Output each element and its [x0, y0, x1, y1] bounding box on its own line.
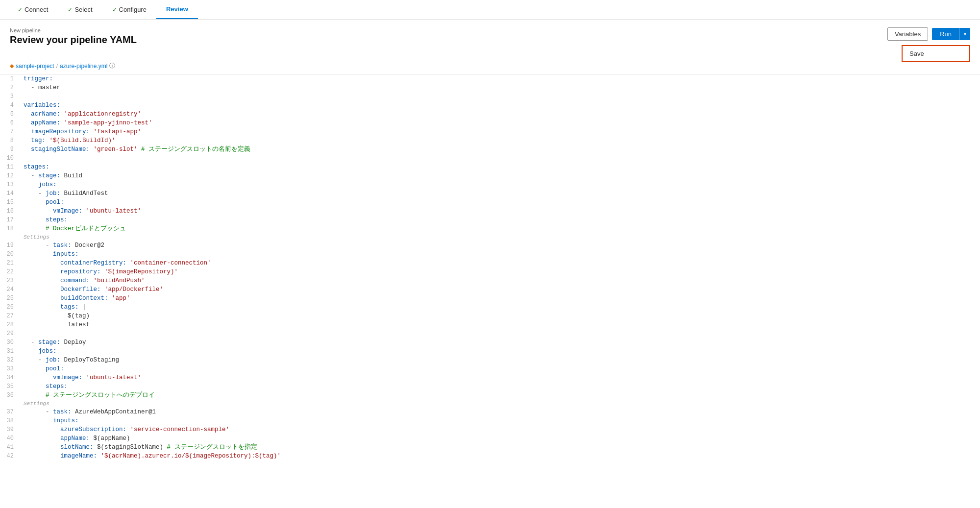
code-line-39: 39 azureSubscription: 'service-connectio… — [0, 425, 980, 434]
code-line-23: 23 command: 'buildAndPush' — [0, 276, 980, 285]
code-editor[interactable]: 1trigger: 2 - master 3 4variables: 5 acr… — [0, 74, 980, 508]
save-dropdown: Save — [902, 45, 970, 62]
wizard-nav: ✓ Connect ✓ Select ✓ Configure Review — [0, 0, 980, 20]
code-line-6: 6 appName: 'sample-app-yjinno-test' — [0, 119, 980, 127]
code-line-26: 26 tags: | — [0, 303, 980, 312]
code-line-18: 18 # Dockerビルドとプッシュ — [0, 224, 980, 233]
code-line-28: 28 latest — [0, 320, 980, 329]
code-line-42: 42 imageName: '$(acrName).azurecr.io/$(i… — [0, 452, 980, 460]
page-title: Review your pipeline YAML — [10, 34, 137, 46]
breadcrumb-project[interactable]: sample-project — [16, 63, 54, 70]
info-icon[interactable]: ⓘ — [109, 62, 115, 70]
variables-button[interactable]: Variables — [887, 27, 928, 41]
nav-step-review-label: Review — [166, 5, 188, 13]
project-icon: ◆ — [10, 63, 14, 69]
nav-step-connect[interactable]: ✓ Connect — [8, 0, 58, 19]
code-line-5: 5 acrName: 'applicationregistry' — [0, 110, 980, 119]
code-line-1: 1trigger: — [0, 74, 980, 83]
nav-step-configure-label: Configure — [119, 6, 147, 13]
code-line-40: 40 appName: $(appName) — [0, 434, 980, 443]
code-line-41: 41 slotName: $(stagingSlotName) # ステージング… — [0, 443, 980, 452]
code-line-29: 29 — [0, 329, 980, 338]
code-line-35: 35 steps: — [0, 382, 980, 391]
code-line-10: 10 — [0, 154, 980, 163]
code-line-2: 2 - master — [0, 83, 980, 92]
nav-step-configure[interactable]: ✓ Configure — [102, 0, 156, 19]
code-line-37: 37 - task: AzureWebAppContainer@1 — [0, 408, 980, 416]
code-line-15: 15 pool: — [0, 198, 980, 207]
code-line-33: 33 pool: — [0, 364, 980, 373]
page-subtitle: New pipeline — [10, 27, 137, 33]
code-line-20: 20 inputs: — [0, 250, 980, 259]
nav-step-select-label: Select — [74, 6, 92, 13]
code-line-32: 32 - job: DeployToStaging — [0, 356, 980, 364]
nav-step-select[interactable]: ✓ Select — [58, 0, 102, 19]
code-line-34: 34 vmImage: 'ubuntu-latest' — [0, 373, 980, 382]
code-line-36: 36 # ステージングスロットへのデプロイ — [0, 391, 980, 400]
code-line-8: 8 tag: '$(Build.BuildId)' — [0, 136, 980, 145]
nav-step-connect-label: Connect — [24, 6, 48, 13]
code-line-24: 24 Dockerfile: 'app/Dockerfile' — [0, 285, 980, 294]
code-line-9: 9 stagingSlotName: 'green-slot' # ステージング… — [0, 145, 980, 154]
code-line-4: 4variables: — [0, 101, 980, 110]
code-line-14: 14 - job: BuildAndTest — [0, 189, 980, 198]
code-line-11: 11stages: — [0, 163, 980, 171]
code-line-7: 7 imageRepository: 'fastapi-app' — [0, 127, 980, 136]
header-right: Variables Run ▾ Save — [887, 27, 970, 41]
breadcrumb-file[interactable]: azure-pipeline.yml — [60, 63, 107, 70]
run-button[interactable]: Run — [932, 28, 959, 40]
code-line-31: 31 jobs: — [0, 347, 980, 356]
code-line-17: 17 steps: — [0, 216, 980, 224]
code-line-21: 21 containerRegistry: 'container-connect… — [0, 259, 980, 267]
code-line-25: 25 buildContext: 'app' — [0, 294, 980, 303]
run-button-group: Run ▾ — [932, 28, 970, 40]
settings-label-1: Settings — [0, 233, 980, 241]
code-line-16: 16 vmImage: 'ubuntu-latest' — [0, 207, 980, 216]
code-line-19: 19 - task: Docker@2 — [0, 241, 980, 250]
breadcrumb-separator: / — [56, 63, 58, 70]
header-left: New pipeline Review your pipeline YAML — [10, 27, 137, 46]
nav-step-review[interactable]: Review — [156, 0, 198, 19]
code-line-12: 12 - stage: Build — [0, 171, 980, 180]
code-line-13: 13 jobs: — [0, 180, 980, 189]
code-line-30: 30 - stage: Deploy — [0, 338, 980, 347]
show-assistant-bar: ⊞ Show assistant — [0, 49, 980, 60]
code-line-27: 27 $(tag) — [0, 312, 980, 320]
run-caret-button[interactable]: ▾ — [959, 28, 970, 40]
code-line-38: 38 inputs: — [0, 416, 980, 425]
code-line-3: 3 — [0, 92, 980, 101]
code-line-22: 22 repository: '$(imageRepository)' — [0, 267, 980, 276]
breadcrumb: ◆ sample-project / azure-pipeline.yml ⓘ — [0, 60, 980, 74]
page-header: New pipeline Review your pipeline YAML V… — [0, 20, 980, 49]
settings-label-2: Settings — [0, 400, 980, 408]
save-item[interactable]: Save — [903, 46, 969, 61]
